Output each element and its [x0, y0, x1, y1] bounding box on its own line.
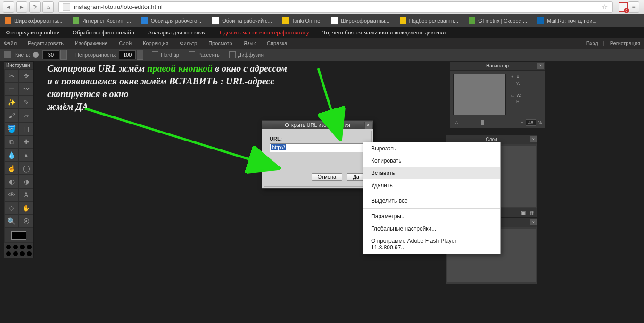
- ctx-global[interactable]: Глобальные настройки...: [363, 223, 500, 235]
- menubar: Файл Редактировать Изображение Слой Корр…: [0, 38, 644, 49]
- eyedropper-tool[interactable]: ⦿: [19, 215, 33, 228]
- menu-lang[interactable]: Язык: [243, 41, 256, 46]
- redeye-tool[interactable]: 👁: [4, 188, 19, 201]
- close-icon[interactable]: ×: [364, 122, 372, 129]
- forward-button[interactable]: ►: [16, 1, 27, 13]
- diffuse-checkbox[interactable]: [229, 51, 236, 58]
- close-icon[interactable]: ×: [530, 219, 537, 225]
- ctx-paste[interactable]: Вставить: [363, 167, 500, 179]
- smudge-tool[interactable]: ☝: [4, 162, 19, 175]
- new-layer-icon[interactable]: ▣: [521, 210, 526, 216]
- navigator-panel: Навигатор× + X:Y: ▭ W:H: △ △ 48 %: [450, 61, 545, 128]
- cancel-button[interactable]: Отмена: [312, 173, 342, 181]
- scatter-checkbox[interactable]: [189, 51, 195, 58]
- shape-tool[interactable]: ◇: [4, 201, 19, 215]
- options-toolbar: Кисть: 30 Непрозрачность: 100 Hard tip Р…: [0, 49, 644, 61]
- dodge-tool[interactable]: ◐: [4, 175, 19, 188]
- url-input[interactable]: http://: [270, 143, 365, 152]
- move-tool[interactable]: ✥: [19, 69, 33, 83]
- topnav-link[interactable]: Сделать магнит/постер/фотокнигу: [220, 29, 309, 36]
- delete-layer-icon[interactable]: 🗑: [529, 210, 535, 215]
- opacity-spinner[interactable]: [137, 50, 143, 60]
- zoom-tool[interactable]: 🔍: [4, 215, 19, 228]
- topnav-link[interactable]: Обработка фото онлайн: [73, 29, 135, 36]
- pencil-tool[interactable]: ✎: [19, 96, 33, 109]
- color-swatch[interactable]: [4, 228, 33, 243]
- wand-tool[interactable]: ✨: [4, 96, 19, 109]
- close-icon[interactable]: ×: [537, 63, 544, 69]
- register-link[interactable]: Регистрация: [610, 41, 640, 46]
- clone-tool[interactable]: ⧉: [4, 135, 19, 149]
- eraser-tool[interactable]: ▱: [19, 109, 33, 122]
- reload-button[interactable]: ⟳: [29, 1, 41, 13]
- home-button[interactable]: ⌂: [42, 1, 54, 13]
- brush-presets[interactable]: [4, 243, 33, 258]
- menu-image[interactable]: Изображение: [75, 41, 107, 46]
- bookmark-item[interactable]: Интернет Хостинг ...: [73, 17, 131, 24]
- sponge-tool[interactable]: ◯: [19, 162, 33, 175]
- ctx-selectall[interactable]: Выделить все: [363, 195, 500, 207]
- bookmark-item[interactable]: GTmetrix | Скорост...: [469, 17, 527, 24]
- menu-layer[interactable]: Слой: [119, 41, 132, 46]
- zoom-in-icon[interactable]: △: [520, 120, 524, 125]
- brush-size[interactable]: 30: [42, 50, 59, 59]
- topnav-link[interactable]: То, чего боятся мальчики и вожделеют дев…: [322, 29, 446, 36]
- opacity-value[interactable]: 100: [119, 50, 136, 59]
- bookmark-item[interactable]: Mail.Ru: почта, пои...: [537, 17, 597, 24]
- url-label: URL:: [270, 136, 365, 141]
- heal-tool[interactable]: ✚: [19, 135, 33, 149]
- ctx-delete[interactable]: Удалить: [363, 179, 500, 191]
- bookmark-item[interactable]: Широкоформатны...: [330, 17, 389, 25]
- close-icon[interactable]: ×: [530, 136, 537, 142]
- brush-tool[interactable]: 🖌: [4, 109, 19, 122]
- svg-line-0: [85, 108, 276, 167]
- menu-help[interactable]: Справка: [267, 41, 287, 46]
- browser-chrome: ◄ ► ⟳ ⌂ instagram-foto.ru/foto-editor.ht…: [0, 0, 644, 14]
- extension-icon[interactable]: [619, 2, 628, 12]
- tool-panel-title: Инструмен: [4, 62, 33, 69]
- topnav-link[interactable]: Аватарка для контакта: [148, 29, 206, 36]
- zoom-value[interactable]: 48: [526, 119, 536, 126]
- back-button[interactable]: ◄: [3, 1, 14, 13]
- zoom-out-icon[interactable]: △: [455, 120, 458, 125]
- bookmark-item[interactable]: Обои для рабочего...: [141, 17, 201, 24]
- menu-filter[interactable]: Фильтр: [180, 41, 197, 46]
- workspace: Инструмен ✂ ✥ ▭ 〰 ✨ ✎ 🖌 ▱ 🪣 ▤ ⧉ ✚ 💧 ▲ ☝ …: [0, 61, 644, 323]
- tool-panel: Инструмен ✂ ✥ ▭ 〰 ✨ ✎ 🖌 ▱ 🪣 ▤ ⧉ ✚ 💧 ▲ ☝ …: [4, 61, 34, 258]
- ctx-cut[interactable]: Вырезать: [363, 142, 500, 155]
- bookmark-item[interactable]: Tanki Online: [282, 17, 321, 24]
- login-link[interactable]: Вход: [586, 41, 598, 46]
- url-bar[interactable]: instagram-foto.ru/foto-editor.html ☆: [58, 1, 613, 13]
- nav-thumb[interactable]: [453, 74, 506, 115]
- topnav-link[interactable]: Фоторедактор online: [6, 29, 59, 36]
- blur-tool[interactable]: 💧: [4, 149, 19, 162]
- ctx-copy[interactable]: Копировать: [363, 155, 500, 167]
- bookmark-item[interactable]: Обои на рабочий с...: [212, 17, 272, 25]
- opacity-label: Непрозрачность:: [75, 52, 116, 58]
- type-tool[interactable]: A: [19, 188, 33, 201]
- menu-adjust[interactable]: Коррекция: [143, 41, 168, 46]
- marquee-tool[interactable]: ▭: [4, 83, 19, 96]
- bookmark-item[interactable]: Широкоформатны...: [5, 17, 62, 24]
- burn-tool[interactable]: ◑: [19, 175, 33, 188]
- sharpen-tool[interactable]: ▲: [19, 149, 33, 162]
- star-icon[interactable]: ☆: [602, 3, 608, 11]
- hand-tool[interactable]: ✋: [19, 201, 33, 215]
- menu-file[interactable]: Файл: [4, 41, 17, 46]
- hardtip-checkbox[interactable]: [152, 51, 158, 58]
- menu-button[interactable]: ≡: [628, 1, 639, 13]
- bookmark-item[interactable]: Подбор релевантн...: [400, 17, 458, 24]
- crop-tool[interactable]: ✂: [4, 69, 19, 83]
- menu-edit[interactable]: Редактировать: [28, 41, 64, 46]
- zoom-slider[interactable]: [463, 123, 516, 123]
- ctx-about[interactable]: О программе Adobe Flash Player 11.8.800.…: [363, 235, 500, 254]
- lasso-tool[interactable]: 〰: [19, 83, 33, 96]
- brush-preview-icon[interactable]: [33, 52, 39, 58]
- bucket-tool[interactable]: 🪣: [4, 122, 19, 135]
- menu-view[interactable]: Просмотр: [208, 41, 232, 46]
- bookmarks-bar: Широкоформатны... Интернет Хостинг ... О…: [0, 14, 644, 27]
- ctx-params[interactable]: Параметры...: [363, 210, 500, 223]
- gradient-tool[interactable]: ▤: [19, 122, 33, 135]
- brush-spinner[interactable]: [60, 50, 67, 60]
- context-menu: Вырезать Копировать Вставить Удалить Выд…: [363, 142, 501, 254]
